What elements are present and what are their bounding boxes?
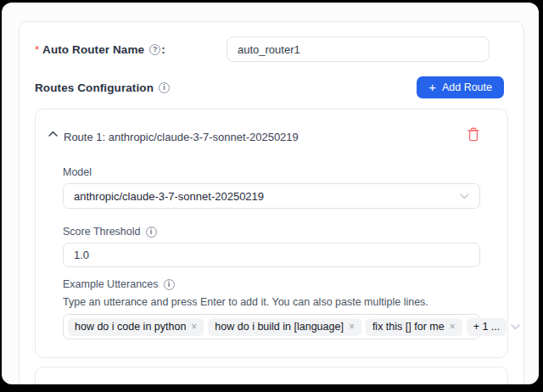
remove-tag-icon[interactable]: × <box>191 322 197 332</box>
utterance-tag-label: how do i build in [language] <box>215 321 344 333</box>
plus-icon: + <box>428 80 436 94</box>
route-1-body: Model anthropic/claude-3-7-sonnet-202502… <box>36 166 507 357</box>
required-asterisk: * <box>35 43 39 56</box>
utterances-tag-input[interactable]: how do i code in python × how do i build… <box>63 314 480 339</box>
model-label: Model <box>63 166 92 178</box>
auto-router-name-label: Auto Router Name <box>42 43 144 56</box>
route-2-panel: Route 2: azure_ai/gpt-4o <box>35 367 508 384</box>
utterances-helper-text: Type an utterance and press Enter to add… <box>63 296 480 308</box>
chevron-down-icon <box>460 193 469 199</box>
utterance-tag: how do i build in [language] × <box>208 318 361 336</box>
route-1-panel: Route 1: anthropic/claude-3-7-sonnet-202… <box>35 109 508 358</box>
route-1-header[interactable]: Route 1: anthropic/claude-3-7-sonnet-202… <box>36 109 507 143</box>
route-2-header[interactable]: Route 2: azure_ai/gpt-4o <box>36 367 507 384</box>
utterance-tag: fix this [] for me × <box>366 318 462 336</box>
remove-tag-icon[interactable]: × <box>450 322 456 332</box>
remove-tag-icon[interactable]: × <box>349 322 355 332</box>
utterance-tag-label: how do i code in python <box>75 321 186 333</box>
auto-router-name-row: * Auto Router Name ? : <box>35 36 508 62</box>
info-icon[interactable]: i <box>164 279 175 290</box>
info-icon[interactable]: i <box>159 82 170 93</box>
collapse-chevron-up-icon[interactable] <box>48 125 58 140</box>
score-threshold-label-row: Score Threshold i <box>63 226 480 238</box>
delete-route-1-button[interactable] <box>467 127 480 142</box>
model-select[interactable]: anthropic/claude-3-7-sonnet-20250219 <box>63 183 480 209</box>
score-threshold-input[interactable] <box>63 243 480 267</box>
chevron-down-icon <box>511 324 520 330</box>
routes-configuration-label: Routes Configuration <box>35 81 154 94</box>
utterance-tag-label: fix this [] for me <box>372 321 445 333</box>
add-route-button-label: Add Route <box>442 81 492 93</box>
model-label-row: Model <box>63 166 480 178</box>
add-route-button[interactable]: + Add Route <box>417 76 504 98</box>
auto-router-form-card: * Auto Router Name ? : Routes Configurat… <box>19 21 524 384</box>
label-colon: : <box>161 43 165 56</box>
route-1-title: Route 1: anthropic/claude-3-7-sonnet-202… <box>64 131 299 143</box>
overflow-tag-label: + 1 ... <box>473 321 501 333</box>
help-icon[interactable]: ? <box>149 44 160 55</box>
collapse-chevron-up-icon[interactable] <box>48 383 58 384</box>
example-utterances-label: Example Utterances <box>63 278 159 290</box>
app-window: * Auto Router Name ? : Routes Configurat… <box>2 3 539 384</box>
utterance-tag: how do i code in python × <box>68 318 204 336</box>
example-utterances-label-row: Example Utterances i <box>63 278 480 290</box>
routes-configuration-row: Routes Configuration i + Add Route <box>35 76 508 98</box>
trash-icon <box>467 127 480 142</box>
info-icon[interactable]: i <box>146 227 157 238</box>
overflow-tag[interactable]: + 1 ... <box>467 318 507 336</box>
model-select-value: anthropic/claude-3-7-sonnet-20250219 <box>74 190 264 203</box>
auto-router-name-input[interactable] <box>227 36 490 62</box>
score-threshold-label: Score Threshold <box>63 226 141 238</box>
